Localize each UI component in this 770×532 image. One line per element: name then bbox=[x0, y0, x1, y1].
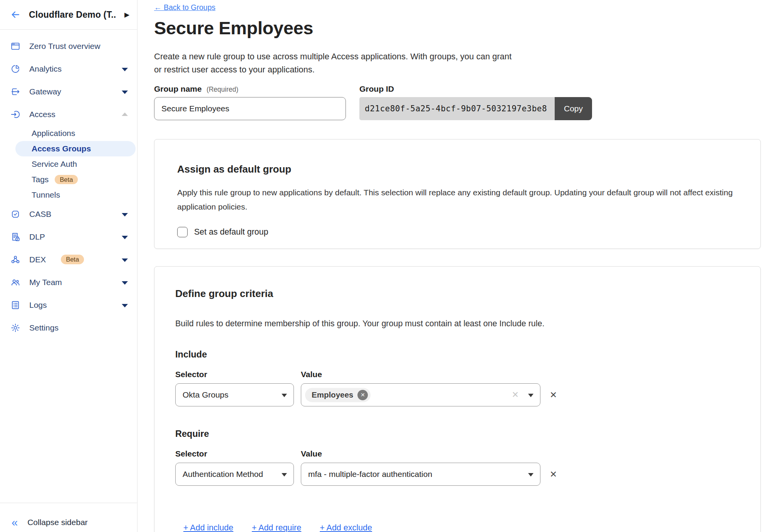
sidebar-item-logs[interactable]: Logs bbox=[0, 294, 137, 316]
sidebar-item-settings[interactable]: Settings bbox=[0, 316, 137, 339]
include-heading: Include bbox=[175, 349, 760, 360]
chevron-down-icon bbox=[122, 68, 128, 71]
selector-label: Selector bbox=[175, 370, 301, 379]
chevron-down-icon bbox=[122, 91, 128, 94]
require-selector-dropdown[interactable]: Authentication Method bbox=[175, 463, 294, 486]
group-name-label: Group name bbox=[154, 84, 202, 93]
remove-include-rule-icon[interactable]: ✕ bbox=[550, 391, 557, 399]
required-note: (Required) bbox=[206, 86, 238, 93]
add-rule-links-row: + Add include + Add require + Add exclud… bbox=[175, 523, 760, 532]
sidebar-item-access-groups[interactable]: Access Groups bbox=[15, 141, 136, 156]
sidebar-header: Cloudflare Demo (T... ▶ bbox=[0, 0, 137, 30]
gateway-arrow-icon bbox=[10, 87, 20, 97]
include-rule-row: Okta Groups Employees ✕ ✕ ✕ bbox=[175, 383, 760, 406]
sidebar-item-tags[interactable]: Tags Beta bbox=[0, 172, 137, 187]
chevron-down-icon bbox=[282, 394, 287, 397]
card-description: Apply this rule group to new application… bbox=[177, 185, 737, 214]
main-content: ← Back to Groups Secure Employees Create… bbox=[138, 0, 770, 532]
account-name[interactable]: Cloudflare Demo (T... bbox=[29, 10, 116, 20]
sidebar-item-dex[interactable]: DEX Beta bbox=[0, 248, 137, 271]
network-nodes-icon bbox=[10, 255, 20, 265]
sidebar-item-zero-trust-overview[interactable]: Zero Trust overview bbox=[0, 35, 137, 57]
group-name-input[interactable] bbox=[154, 97, 346, 120]
require-heading: Require bbox=[175, 429, 760, 439]
group-identity-row: Group name (Required) Group ID d21ce80f-… bbox=[154, 84, 770, 120]
login-arrow-icon bbox=[10, 109, 20, 119]
sidebar-item-applications[interactable]: Applications bbox=[0, 126, 137, 141]
beta-badge: Beta bbox=[61, 255, 84, 264]
selector-label: Selector bbox=[175, 449, 301, 458]
sidebar-item-tunnels[interactable]: Tunnels bbox=[0, 187, 137, 203]
browser-window-icon bbox=[10, 41, 20, 51]
copy-button[interactable]: Copy bbox=[555, 97, 592, 120]
clear-value-icon[interactable]: ✕ bbox=[512, 390, 519, 400]
chevron-down-icon bbox=[528, 394, 533, 397]
assign-default-group-card: Assign as default group Apply this rule … bbox=[154, 139, 761, 249]
set-default-group-label: Set as default group bbox=[194, 227, 268, 237]
team-people-icon bbox=[10, 277, 20, 287]
chevron-down-icon bbox=[122, 281, 128, 285]
beta-badge: Beta bbox=[55, 175, 78, 185]
set-default-group-checkbox[interactable] bbox=[177, 227, 188, 237]
include-value-multiselect[interactable]: Employees ✕ ✕ bbox=[301, 383, 540, 406]
set-default-group-checkbox-row: Set as default group bbox=[177, 227, 737, 237]
add-exclude-link[interactable]: + Add exclude bbox=[320, 523, 372, 532]
chevron-down-icon bbox=[122, 258, 128, 262]
remove-require-rule-icon[interactable]: ✕ bbox=[550, 470, 557, 479]
back-arrow-icon[interactable] bbox=[10, 10, 20, 20]
group-id-block: Group ID d21ce80f-5a25-4bcf-9b07-5032197… bbox=[359, 84, 592, 120]
collapse-sidebar-button[interactable]: « Collapse sidebar bbox=[0, 503, 137, 532]
chevron-up-icon bbox=[122, 112, 128, 116]
sidebar-nav: Zero Trust overview Analytics Gateway bbox=[0, 30, 137, 339]
card-description: Build rules to determine membership of t… bbox=[175, 319, 760, 329]
sidebar-item-gateway[interactable]: Gateway bbox=[0, 80, 137, 103]
group-id-label: Group ID bbox=[359, 84, 592, 94]
page-description: Create a new rule group to use across mu… bbox=[154, 50, 770, 76]
add-include-link[interactable]: + Add include bbox=[183, 523, 233, 532]
card-title: Assign as default group bbox=[177, 163, 737, 175]
sidebar-item-service-auth[interactable]: Service Auth bbox=[0, 156, 137, 172]
sidebar: Cloudflare Demo (T... ▶ Zero Trust overv… bbox=[0, 0, 138, 532]
value-label: Value bbox=[301, 370, 322, 379]
add-require-link[interactable]: + Add require bbox=[252, 523, 302, 532]
page-title: Secure Employees bbox=[154, 18, 770, 38]
card-title: Define group criteria bbox=[175, 288, 760, 300]
log-list-icon bbox=[10, 300, 20, 310]
include-labels-row: Selector Value bbox=[175, 370, 760, 379]
sidebar-item-my-team[interactable]: My Team bbox=[0, 271, 137, 294]
sidebar-item-analytics[interactable]: Analytics bbox=[0, 57, 137, 80]
group-id-value: d21ce80f-5a25-4bcf-9b07-5032197e3be8 bbox=[359, 97, 555, 120]
define-group-criteria-card: Define group criteria Build rules to det… bbox=[154, 266, 761, 532]
chevron-down-icon bbox=[122, 213, 128, 216]
group-name-field-block: Group name (Required) bbox=[154, 84, 346, 120]
chevron-down-icon bbox=[282, 473, 287, 477]
shield-check-icon bbox=[10, 209, 20, 219]
sidebar-item-access[interactable]: Access bbox=[0, 103, 137, 126]
require-value-dropdown[interactable]: mfa - multiple-factor authentication bbox=[301, 463, 540, 486]
collapse-sidebar-label: Collapse sidebar bbox=[27, 518, 87, 527]
include-selector-dropdown[interactable]: Okta Groups bbox=[175, 383, 294, 406]
back-to-groups-link[interactable]: ← Back to Groups bbox=[154, 3, 215, 12]
chevron-down-icon bbox=[122, 236, 128, 239]
chevron-down-icon bbox=[122, 304, 128, 307]
gear-icon bbox=[10, 323, 20, 333]
chip-remove-icon[interactable]: ✕ bbox=[357, 390, 368, 400]
value-chip: Employees ✕ bbox=[305, 388, 371, 402]
account-switch-chevron-icon[interactable]: ▶ bbox=[124, 12, 129, 18]
value-label: Value bbox=[301, 449, 322, 458]
require-rule-row: Authentication Method mfa - multiple-fac… bbox=[175, 463, 760, 486]
sidebar-item-casb[interactable]: CASB bbox=[0, 203, 137, 225]
document-lock-icon bbox=[10, 232, 20, 242]
pie-chart-icon bbox=[10, 64, 20, 74]
sidebar-item-dlp[interactable]: DLP bbox=[0, 225, 137, 248]
chevron-down-icon bbox=[528, 473, 533, 477]
require-labels-row: Selector Value bbox=[175, 449, 760, 458]
